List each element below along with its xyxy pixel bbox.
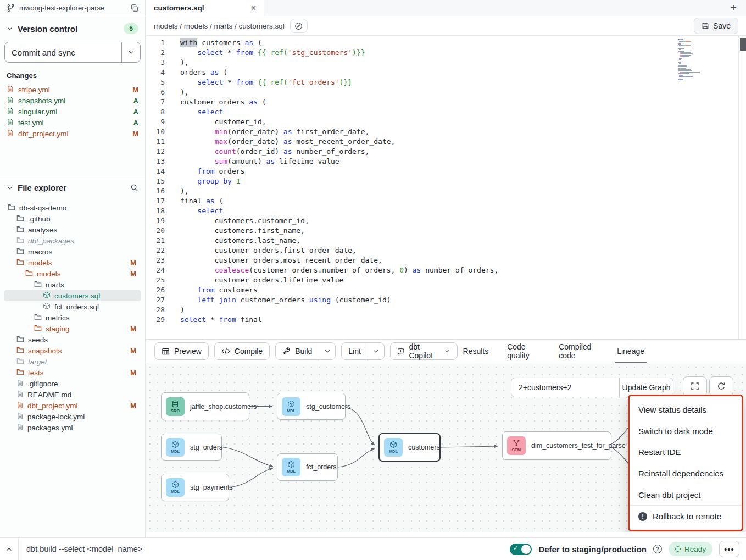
menu-item-rollback-to-remote[interactable]: !Rollback to remote [630, 505, 742, 527]
code-line[interactable]: 23 customer_orders.most_recent_order_dat… [146, 256, 746, 265]
compile-button[interactable]: Compile [214, 342, 270, 360]
close-tab-icon[interactable]: × [251, 3, 256, 13]
update-graph-button[interactable]: Update Graph [619, 378, 673, 397]
code-line[interactable]: 14 from orders [146, 167, 746, 176]
scrollbar-thumb[interactable] [740, 38, 746, 51]
lineage-panel[interactable]: SRC jaffle_shop.customersMDL stg_custome… [146, 363, 746, 532]
lineage-node-dim_customers_test_for_parse[interactable]: SEM dim_customers_test_for_parse [502, 431, 611, 460]
refresh-button[interactable] [709, 376, 733, 396]
tree-item--gitignore[interactable]: .gitignore [4, 378, 141, 389]
lineage-node-jaffle_shop_customers[interactable]: SRC jaffle_shop.customers [161, 392, 249, 420]
code-line[interactable]: 25 customer_orders.lifetime_value [146, 275, 746, 285]
code-line[interactable]: 26 from customers [146, 285, 746, 295]
command-input[interactable]: dbt build --select <model_name> [19, 545, 142, 553]
tree-item-analyses[interactable]: analyses [4, 224, 141, 235]
tree-item-readme-md[interactable]: README.md [4, 389, 141, 400]
tree-item-metrics[interactable]: metrics [4, 312, 141, 323]
tree-item-dbt-project-yml[interactable]: dbt_project.ymlM [4, 400, 141, 411]
tree-item-target[interactable]: target [4, 356, 141, 367]
tree-item-models[interactable]: modelsM [4, 257, 141, 268]
code-line[interactable]: 20 customers.first_name, [146, 226, 746, 236]
code-line[interactable]: 29select * from final [146, 315, 746, 325]
tree-item-seeds[interactable]: seeds [4, 334, 141, 345]
code-line[interactable]: 13 sum(amount) as lifetime_value [146, 157, 746, 167]
code-line[interactable]: 22 customer_orders.first_order_date, [146, 246, 746, 256]
chevron-down-icon[interactable] [7, 185, 13, 191]
tree-item-marts[interactable]: marts [4, 279, 141, 290]
lineage-node-stg_payments[interactable]: MDL stg_payments [161, 474, 229, 501]
code-line[interactable]: 18 select [146, 206, 746, 216]
editor-scrollbar[interactable] [738, 36, 746, 339]
code-line[interactable]: 28) [146, 305, 746, 315]
tree-item-fct-orders-sql[interactable]: fct_orders.sql [4, 301, 141, 312]
code-line[interactable]: 17final as ( [146, 196, 746, 206]
code-line[interactable]: 12 count(order_id) as number_of_orders, [146, 147, 746, 157]
expand-command-bar-button[interactable] [0, 538, 19, 560]
build-options-chevron[interactable] [319, 343, 335, 359]
change-row[interactable]: singular.yml A [0, 106, 145, 117]
change-row[interactable]: snapshots.yml A [0, 95, 145, 106]
code-line[interactable]: 6), [146, 87, 746, 97]
commit-and-sync-button[interactable]: Commit and sync [4, 42, 141, 63]
code-line[interactable]: 19 customers.customer_id, [146, 216, 746, 226]
code-line[interactable]: 1with customers as ( [146, 38, 746, 48]
code-line[interactable]: 3), [146, 58, 746, 68]
menu-item-view-status-details[interactable]: View status details [630, 399, 742, 420]
code-line[interactable]: 11 max(order_date) as most_recent_order_… [146, 137, 746, 147]
tree-item-models[interactable]: modelsM [4, 268, 141, 279]
tree-item-customers-sql[interactable]: customers.sql [4, 290, 141, 301]
code-line[interactable]: 27 left join customer_orders using (cust… [146, 295, 746, 305]
code-line[interactable]: 7customer_orders as ( [146, 97, 746, 107]
tree-item-tests[interactable]: testsM [4, 367, 141, 378]
tab-lineage[interactable]: Lineage [617, 340, 644, 363]
new-tab-button[interactable]: + [721, 0, 746, 16]
code-editor[interactable]: 1with customers as (2 select * from {{ r… [146, 36, 746, 339]
tree-item-staging[interactable]: stagingM [4, 323, 141, 334]
code-line[interactable]: 21 customers.last_name, [146, 236, 746, 246]
explore-compass-button[interactable] [290, 19, 308, 33]
tab-code-quality[interactable]: Code quality [507, 340, 540, 363]
code-line[interactable]: 8 select [146, 107, 746, 117]
tree-item--github[interactable]: .github [4, 213, 141, 224]
code-line[interactable]: 16), [146, 186, 746, 196]
lineage-node-stg_customers[interactable]: MDL stg_customers [277, 393, 346, 420]
tab-customers-sql[interactable]: customers.sql × [146, 0, 264, 16]
change-row[interactable]: stripe.yml M [0, 84, 145, 95]
code-line[interactable]: 5 select * from {{ ref('fct_orders')}} [146, 77, 746, 87]
tree-item-packages-yml[interactable]: packages.yml [4, 422, 141, 433]
code-line[interactable]: 24 coalesce(customer_orders.number_of_or… [146, 265, 746, 275]
code-line[interactable]: 4orders as ( [146, 68, 746, 77]
lint-options-chevron[interactable] [368, 343, 384, 359]
fullscreen-button[interactable] [683, 376, 707, 396]
defer-toggle[interactable]: ✓ [510, 544, 532, 555]
code-line[interactable]: 9 customer_id, [146, 117, 746, 127]
help-icon[interactable]: ? [653, 545, 662, 553]
save-button[interactable]: Save [694, 18, 738, 34]
tree-item-snapshots[interactable]: snapshotsM [4, 345, 141, 356]
tab-compiled-code[interactable]: Compiled code [559, 340, 598, 363]
tab-results[interactable]: Results [463, 340, 489, 363]
change-row[interactable]: test.yml A [0, 117, 145, 128]
change-row[interactable]: dbt_project.yml M [0, 128, 145, 139]
code-line[interactable]: 2 select * from {{ ref('stg_customers')}… [146, 48, 746, 58]
menu-item-clean-dbt-project[interactable]: Clean dbt project [630, 484, 742, 506]
menu-item-restart-ide[interactable]: Restart IDE [630, 441, 742, 463]
tree-item-db-sl-qs-demo[interactable]: db-sl-qs-demo [4, 202, 141, 213]
preview-button[interactable]: Preview [154, 342, 209, 360]
chevron-down-icon[interactable] [7, 25, 13, 32]
lineage-node-fct_orders[interactable]: MDL fct_orders [277, 453, 338, 481]
lineage-node-customers[interactable]: MDL customers [378, 433, 441, 462]
tree-item-package-lock-yml[interactable]: package-lock.yml [4, 411, 141, 422]
tree-item-dbt-packages[interactable]: dbt_packages [4, 235, 141, 246]
search-icon[interactable] [130, 184, 138, 192]
code-line[interactable]: 15 group by 1 [146, 176, 746, 186]
menu-item-switch-to-dark-mode[interactable]: Switch to dark mode [630, 420, 742, 442]
commit-options-chevron[interactable] [121, 42, 140, 62]
more-options-button[interactable]: ••• [719, 541, 739, 557]
lint-button[interactable]: Lint [341, 342, 385, 360]
tree-item-macros[interactable]: macros [4, 246, 141, 257]
dbt-copilot-button[interactable]: dbt Copilot [390, 342, 458, 360]
code-line[interactable]: 10 min(order_date) as first_order_date, [146, 127, 746, 137]
lineage-node-stg_orders[interactable]: MDL stg_orders [161, 434, 222, 461]
lineage-search-input[interactable]: 2+customers+2 [511, 378, 619, 397]
